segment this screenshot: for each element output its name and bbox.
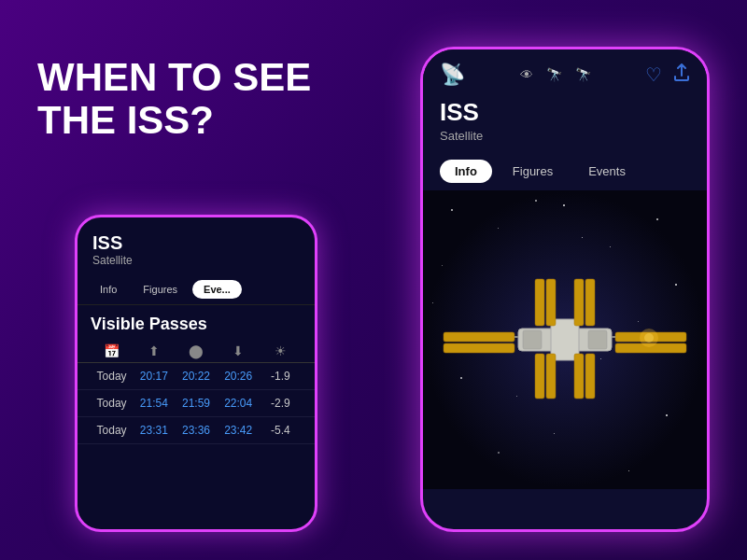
favorite-button[interactable]: ♡ — [645, 63, 662, 86]
phone-right-title: ISS — [440, 98, 690, 127]
row2-day: Today — [91, 397, 133, 410]
row3-mag: -5.4 — [260, 424, 302, 437]
svg-rect-6 — [535, 279, 544, 326]
row1-end: 20:26 — [218, 370, 260, 383]
col-start: ⬆ — [133, 343, 175, 358]
phone-left-subtitle: Satellite — [92, 254, 300, 267]
phone-right-subtitle: Satellite — [440, 129, 690, 143]
svg-point-17 — [644, 333, 654, 343]
row3-start: 23:31 — [133, 424, 175, 437]
passes-row-3: Today 23:31 23:36 23:42 -5.4 — [78, 417, 315, 444]
row3-peak: 23:36 — [175, 424, 217, 437]
visible-passes-title: Visible Passes — [78, 305, 315, 340]
tab-figures[interactable]: Figures — [498, 160, 568, 183]
row1-start: 20:17 — [133, 370, 175, 383]
svg-rect-8 — [574, 279, 584, 326]
col-date: 📅 — [91, 343, 133, 358]
row3-day: Today — [91, 424, 133, 437]
col-peak: ⬤ — [175, 343, 217, 358]
row2-end: 22:04 — [218, 397, 260, 410]
svg-rect-3 — [444, 343, 514, 353]
phone-right: 📡 👁 🔭 🔭 ♡ ISS Satellite Info Figures Eve… — [420, 47, 710, 532]
svg-rect-13 — [585, 354, 595, 399]
phone-left-header: ISS Satellite — [78, 217, 315, 274]
row1-mag: -1.9 — [260, 370, 302, 383]
passes-row-2: Today 21:54 21:59 22:04 -2.9 — [78, 390, 315, 417]
svg-rect-19 — [588, 330, 607, 349]
svg-rect-12 — [574, 354, 584, 399]
row3-end: 23:42 — [218, 424, 260, 437]
svg-rect-2 — [444, 332, 514, 342]
tabs-bar: Info Figures Events — [423, 152, 707, 190]
phone-left-tabs: Info Figures Eve... — [78, 274, 315, 305]
phone-left: ISS Satellite Info Figures Eve... Visibl… — [75, 215, 317, 532]
tab-info-left[interactable]: Info — [89, 280, 128, 299]
topbar-icons: 👁 🔭 🔭 — [520, 67, 591, 82]
share-button[interactable] — [673, 63, 690, 87]
col-mag: ☀ — [260, 343, 302, 358]
row2-mag: -2.9 — [260, 397, 302, 410]
iss-svg — [434, 265, 696, 414]
eye-icon[interactable]: 👁 — [520, 67, 533, 82]
col-end: ⬇ — [218, 343, 260, 358]
tab-figures-left[interactable]: Figures — [132, 280, 189, 299]
binoculars-icon[interactable]: 🔭 — [546, 67, 562, 82]
phone-right-header: ISS Satellite — [423, 94, 707, 152]
row2-start: 21:54 — [133, 397, 175, 410]
headline-line1: WHEN TO SEE — [37, 56, 311, 99]
headline: WHEN TO SEE THE ISS? — [37, 56, 311, 142]
satellite-icon: 📡 — [440, 63, 465, 87]
svg-rect-18 — [523, 330, 542, 349]
passes-row-1: Today 20:17 20:22 20:26 -1.9 — [78, 363, 315, 390]
row1-day: Today — [91, 370, 133, 383]
tab-events-left[interactable]: Eve... — [192, 280, 242, 299]
tab-info[interactable]: Info — [440, 160, 492, 183]
iss-image-container — [423, 190, 707, 489]
passes-table-header: 📅 ⬆ ⬤ ⬇ ☀ — [78, 340, 315, 363]
row1-peak: 20:22 — [175, 370, 217, 383]
telescope-icon[interactable]: 🔭 — [575, 67, 591, 82]
tab-events[interactable]: Events — [573, 160, 641, 183]
svg-rect-10 — [535, 354, 544, 399]
phone-right-topbar: 📡 👁 🔭 🔭 ♡ — [423, 49, 707, 94]
svg-rect-7 — [546, 279, 556, 326]
headline-line2: THE ISS? — [37, 99, 311, 142]
svg-rect-9 — [585, 279, 595, 326]
svg-rect-11 — [546, 354, 556, 399]
row2-peak: 21:59 — [175, 397, 217, 410]
phone-left-title: ISS — [92, 232, 300, 254]
